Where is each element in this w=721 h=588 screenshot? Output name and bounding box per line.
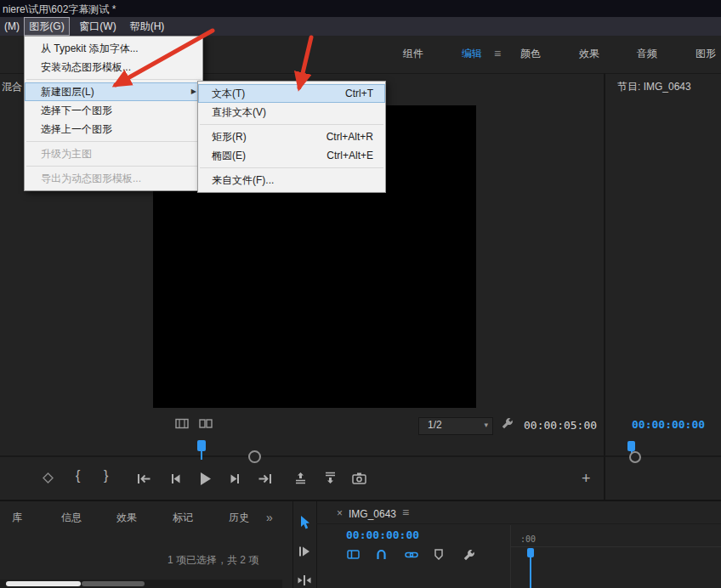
menu-item-select-previous-graphic[interactable]: 选择上一个图形 — [25, 120, 202, 139]
timeline-add-marker-button[interactable] — [434, 549, 444, 560]
scrollbar-thumb-secondary[interactable] — [82, 581, 145, 586]
timeline-panel-menu-icon[interactable]: ≡ — [402, 506, 409, 519]
ripple-edit-icon — [297, 574, 312, 586]
step-back-button[interactable] — [170, 473, 181, 484]
panel-tab-effects[interactable]: 效果 — [116, 511, 137, 524]
menu-item-label: 文本(T) — [212, 88, 245, 99]
zoom-level-select[interactable]: 1/2 ▾ — [418, 417, 493, 435]
menu-item-upgrade-to-master[interactable]: 升级为主图 — [25, 144, 202, 163]
linked-selection-toggle-button[interactable] — [405, 551, 418, 559]
menu-item-label: 导出为动态图形模板... — [41, 172, 141, 184]
button-editor-plus-button[interactable]: + — [582, 470, 591, 488]
comparison-view-icon — [199, 418, 213, 429]
menu-item-label: 从 Typekit 添加字体... — [41, 42, 139, 54]
panel-tab-info[interactable]: 信息 — [61, 511, 82, 524]
zoom-level-value: 1/2 — [428, 418, 442, 433]
mark-out-button[interactable]: } — [104, 468, 108, 483]
panel-tab-markers[interactable]: 标记 — [173, 511, 193, 524]
title-bar: niere\试用\602字幕测试 * — [0, 0, 721, 17]
scrollbar-thumb[interactable] — [6, 581, 81, 586]
menu-item-label: 来自文件(F)... — [212, 174, 274, 186]
go-to-out-button[interactable] — [258, 473, 272, 484]
go-to-out-icon — [258, 473, 272, 484]
timeline-current-timecode[interactable]: 00:00:00:00 — [346, 529, 419, 541]
panel-tab-libraries[interactable]: 库 — [12, 511, 22, 524]
timeline-marker-icon — [434, 549, 444, 560]
workspace-tab-editing[interactable]: 编辑 — [462, 46, 482, 61]
nest-sequence-toggle-button[interactable] — [347, 549, 360, 560]
marker-icon — [43, 472, 54, 483]
monitor-panel-divider — [604, 73, 605, 500]
tools-strip-right-border — [316, 501, 317, 588]
horizontal-panel-divider — [0, 500, 721, 501]
program-current-timecode[interactable]: 00:00:00:00 — [632, 418, 705, 431]
workspace-tab-assembly[interactable]: 组件 — [403, 46, 423, 61]
ruler-tick-label: :00 — [520, 534, 536, 544]
menu-item-label: 直排文本(V) — [212, 106, 266, 118]
ripple-edit-tool-button[interactable] — [297, 574, 312, 586]
wrench-icon — [501, 417, 514, 430]
menu-item-export-motion-template[interactable]: 导出为动态图形模板... — [25, 169, 202, 188]
tab-overflow-icon[interactable]: » — [266, 511, 273, 524]
workspace-tab-color[interactable]: 颜色 — [520, 46, 541, 61]
menu-item-window[interactable]: 窗口(W) — [74, 17, 122, 36]
project-horizontal-scrollbar[interactable] — [0, 580, 282, 588]
timeline-ruler-divider — [510, 546, 721, 547]
play-icon — [199, 472, 212, 486]
workspace-menu-icon[interactable]: ≡ — [494, 46, 501, 61]
drag-video-button[interactable] — [175, 418, 189, 429]
lift-button[interactable] — [294, 472, 307, 484]
monitor-settings-button[interactable] — [501, 417, 514, 430]
timeline-tab-close-icon[interactable]: × — [337, 507, 343, 519]
workspace-tab-audio[interactable]: 音频 — [637, 46, 657, 61]
menu-item-graphics[interactable]: 图形(G) — [24, 17, 70, 36]
timeline-playhead[interactable] — [527, 548, 534, 557]
submenu-item-from-file[interactable]: 来自文件(F)... — [198, 171, 385, 189]
menu-item-label: 选择上一个图形 — [41, 123, 112, 135]
menu-item-add-fonts-typekit[interactable]: 从 Typekit 添加字体... — [25, 39, 202, 58]
submenu-item-ellipse[interactable]: 椭圆(E) Ctrl+Alt+E — [198, 146, 385, 165]
camera-icon — [352, 472, 366, 484]
panel-tab-history[interactable]: 历史 — [229, 511, 249, 524]
submenu-item-text[interactable]: 文本(T) Ctrl+T — [198, 84, 385, 103]
workspace-tab-effects[interactable]: 效果 — [579, 46, 599, 61]
program-zoom-handle[interactable] — [629, 451, 641, 463]
source-zoom-handle[interactable] — [248, 450, 261, 463]
menu-item-new-layer[interactable]: 新建图层(L) ▶ — [25, 82, 202, 101]
extract-icon — [324, 472, 337, 484]
snap-toggle-button[interactable] — [376, 549, 387, 560]
source-playhead[interactable] — [197, 440, 206, 451]
go-to-in-icon — [137, 473, 151, 484]
add-marker-button[interactable] — [43, 472, 54, 483]
comparison-view-button[interactable] — [199, 418, 213, 429]
menu-separator — [200, 124, 383, 125]
extract-button[interactable] — [324, 472, 337, 484]
program-scrubber-track[interactable] — [605, 455, 721, 457]
menu-item-marker[interactable]: (M) — [0, 17, 24, 36]
export-frame-button[interactable] — [352, 472, 366, 484]
menu-item-install-motion-template[interactable]: 安装动态图形模板... — [25, 58, 202, 76]
menu-item-label: 安装动态图形模板... — [41, 61, 131, 73]
source-scrubber-track[interactable] — [0, 455, 604, 457]
play-button[interactable] — [199, 472, 212, 486]
workspace-tab-graphics[interactable]: 图形 — [695, 46, 716, 61]
track-select-icon — [298, 546, 311, 557]
mark-in-button[interactable]: { — [76, 468, 80, 483]
program-playhead[interactable] — [627, 441, 635, 451]
program-panel-tab[interactable]: 节目: IMG_0643 — [617, 80, 691, 94]
timeline-tab[interactable]: IMG_0643 — [349, 508, 396, 520]
mixer-panel-tab-partial[interactable]: 混合 — [2, 80, 22, 94]
timeline-settings-button[interactable] — [463, 549, 475, 562]
menu-item-label: 新建图层(L) — [41, 86, 94, 98]
menu-item-select-next-graphic[interactable]: 选择下一个图形 — [25, 101, 202, 120]
step-forward-button[interactable] — [230, 473, 241, 484]
submenu-item-rectangle[interactable]: 矩形(R) Ctrl+Alt+R — [198, 127, 385, 146]
submenu-item-vertical-text[interactable]: 直排文本(V) — [198, 103, 385, 122]
menu-item-help[interactable]: 帮助(H) — [124, 17, 170, 36]
menu-separator — [26, 166, 201, 167]
track-select-tool-button[interactable] — [298, 546, 311, 557]
selection-tool-button[interactable] — [298, 515, 310, 530]
graphics-menu: 从 Typekit 添加字体... 安装动态图形模板... 新建图层(L) ▶ … — [24, 36, 203, 191]
go-to-in-button[interactable] — [137, 473, 151, 484]
menu-item-shortcut: Ctrl+Alt+R — [326, 127, 373, 146]
